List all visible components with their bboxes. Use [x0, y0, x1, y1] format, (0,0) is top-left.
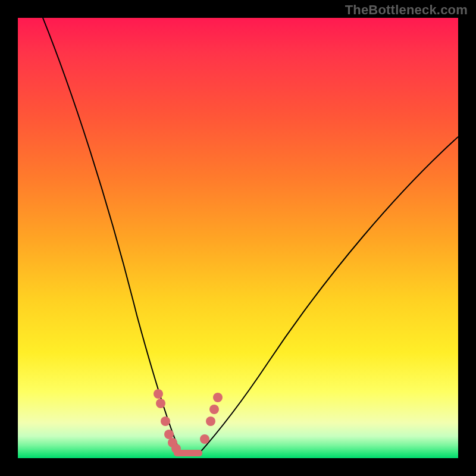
plot-area	[18, 18, 458, 458]
marker-dot	[171, 444, 181, 453]
marker-dot	[154, 389, 163, 399]
chart-frame: TheBottleneck.com	[0, 0, 476, 476]
marker-dot	[206, 416, 215, 426]
bottleneck-left-curve	[43, 18, 181, 455]
marker-dot	[209, 405, 219, 414]
curve-layer	[18, 18, 458, 458]
marker-dot	[164, 430, 174, 439]
marker-dot	[156, 399, 165, 408]
marker-dot	[200, 434, 209, 444]
marker-dot	[161, 416, 170, 426]
left-markers	[154, 389, 181, 453]
right-markers	[200, 393, 223, 444]
watermark-text: TheBottleneck.com	[345, 2, 468, 18]
marker-dot	[213, 393, 223, 402]
bottleneck-right-curve	[198, 137, 458, 455]
